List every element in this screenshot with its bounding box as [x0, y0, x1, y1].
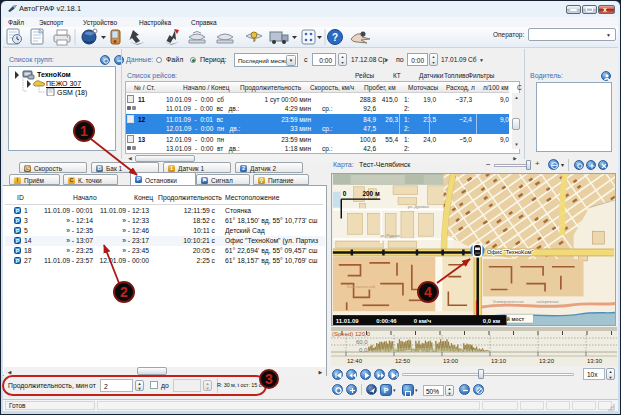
- svg-text:1: 1: [80, 123, 88, 139]
- svg-text:3: 3: [265, 371, 273, 387]
- svg-text:2: 2: [120, 284, 128, 300]
- svg-text:4: 4: [424, 284, 432, 300]
